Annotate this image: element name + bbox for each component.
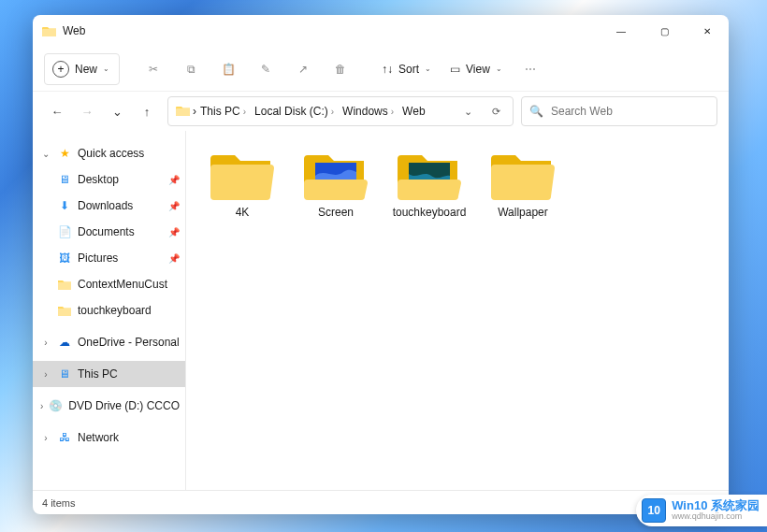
command-bar: + New ⌄ ✂ ⧉ 📋 ✎ ↗ 🗑 ↑↓ Sort ⌄ ▭ View ⌄ ⋯ bbox=[33, 47, 729, 92]
folder-icon bbox=[302, 148, 369, 200]
pin-icon: 📌 bbox=[168, 253, 180, 264]
cut-button[interactable]: ✂ bbox=[137, 53, 170, 85]
up-button[interactable]: ↑ bbox=[134, 98, 160, 124]
sidebar-item-label: This PC bbox=[78, 367, 118, 381]
folder-icon bbox=[176, 103, 191, 121]
view-button[interactable]: ▭ View ⌄ bbox=[442, 53, 510, 85]
pc-icon: 🖥 bbox=[57, 367, 72, 381]
watermark-main: Win10 系统家园 bbox=[672, 499, 760, 512]
search-input[interactable] bbox=[551, 105, 709, 118]
sidebar-item-label: ContextMenuCust bbox=[78, 278, 167, 291]
sort-button[interactable]: ↑↓ Sort ⌄ bbox=[374, 53, 439, 85]
copy-button[interactable]: ⧉ bbox=[174, 53, 208, 85]
download-icon: ⬇ bbox=[57, 198, 72, 213]
sort-label: Sort bbox=[398, 63, 419, 76]
sidebar-item-desktop[interactable]: 🖥 Desktop 📌 bbox=[33, 166, 185, 193]
sidebar-item-label: Documents bbox=[78, 225, 135, 238]
sidebar-item-label: DVD Drive (D:) CCCO bbox=[68, 399, 180, 412]
folder-icon bbox=[42, 23, 57, 38]
cloud-icon: ☁ bbox=[57, 335, 72, 350]
sort-icon: ↑↓ bbox=[382, 63, 393, 76]
title-bar[interactable]: Web — ▢ ✕ bbox=[33, 15, 729, 47]
picture-icon: 🖼 bbox=[57, 251, 72, 266]
sidebar-item-network[interactable]: › 🖧 Network bbox=[33, 424, 185, 451]
desktop-icon: 🖥 bbox=[57, 172, 72, 187]
address-row: ← → ⌄ ↑ › This PC› Local Disk (C:)› Wind… bbox=[33, 92, 729, 131]
address-bar[interactable]: › This PC› Local Disk (C:)› Windows› Web… bbox=[167, 96, 514, 126]
folder-icon bbox=[489, 148, 557, 200]
sidebar-item-touchkeyboard[interactable]: touchkeyboard bbox=[33, 297, 185, 324]
new-button[interactable]: + New ⌄ bbox=[44, 53, 120, 85]
watermark-text: Win10 系统家园 www.qdhuajin.com bbox=[672, 499, 760, 522]
sidebar-item-this-pc[interactable]: › 🖥 This PC bbox=[33, 361, 185, 387]
explorer-body: ⌄ ★ Quick access 🖥 Desktop 📌 ⬇ Downloads… bbox=[33, 131, 729, 490]
pin-icon: 📌 bbox=[168, 175, 180, 185]
watermark-sub: www.qdhuajin.com bbox=[672, 512, 760, 522]
sidebar-item-label: OneDrive - Personal bbox=[78, 336, 180, 349]
status-bar: 4 items bbox=[33, 490, 729, 514]
breadcrumb[interactable]: Windows› bbox=[340, 103, 398, 120]
sidebar-item-onedrive[interactable]: › ☁ OneDrive - Personal bbox=[33, 329, 185, 355]
sidebar-item-dvd[interactable]: › 💿 DVD Drive (D:) CCCO bbox=[33, 393, 185, 419]
forward-button[interactable]: → bbox=[74, 98, 100, 124]
nav-arrows: ← → ⌄ ↑ bbox=[44, 98, 160, 124]
sidebar-item-label: Desktop bbox=[78, 173, 119, 186]
folder-icon bbox=[396, 148, 463, 200]
chevron-down-icon: ⌄ bbox=[40, 149, 51, 159]
window-title: Web bbox=[63, 24, 85, 37]
refresh-button[interactable]: ⟳ bbox=[485, 106, 507, 118]
share-button[interactable]: ↗ bbox=[286, 53, 320, 85]
chevron-right-icon: › bbox=[40, 401, 43, 411]
sidebar-item-label: Pictures bbox=[78, 252, 118, 265]
more-button[interactable]: ⋯ bbox=[514, 53, 547, 85]
sidebar-item-documents[interactable]: 📄 Documents 📌 bbox=[33, 219, 185, 245]
delete-button[interactable]: 🗑 bbox=[324, 53, 357, 85]
view-label: View bbox=[466, 63, 490, 76]
chevron-down-icon: ⌄ bbox=[496, 65, 502, 73]
folder-tile[interactable]: Screen bbox=[289, 144, 383, 243]
rename-button[interactable]: ✎ bbox=[249, 53, 282, 85]
breadcrumb[interactable]: This PC› bbox=[198, 103, 251, 120]
folder-tile[interactable]: 4K bbox=[195, 144, 289, 243]
breadcrumb[interactable]: Web bbox=[400, 103, 427, 120]
chevron-down-icon: ⌄ bbox=[425, 65, 431, 73]
sidebar-item-label: Quick access bbox=[78, 147, 144, 160]
star-icon: ★ bbox=[57, 146, 72, 161]
back-button[interactable]: ← bbox=[44, 98, 70, 124]
folder-tile[interactable]: touchkeyboard bbox=[383, 144, 476, 243]
view-icon: ▭ bbox=[450, 63, 460, 76]
maximize-button[interactable]: ▢ bbox=[643, 16, 686, 46]
breadcrumb[interactable]: Local Disk (C:)› bbox=[253, 103, 339, 120]
sidebar-item-downloads[interactable]: ⬇ Downloads 📌 bbox=[33, 193, 185, 219]
chevron-right-icon: › bbox=[40, 338, 51, 348]
folder-name: Wallpaper bbox=[498, 206, 548, 219]
folder-name: Screen bbox=[318, 206, 354, 219]
file-explorer-window: Web — ▢ ✕ + New ⌄ ✂ ⧉ 📋 ✎ ↗ 🗑 ↑↓ Sort ⌄ … bbox=[33, 15, 729, 514]
folder-tile[interactable]: Wallpaper bbox=[476, 144, 570, 243]
close-button[interactable]: ✕ bbox=[686, 16, 729, 46]
sidebar-item-pictures[interactable]: 🖼 Pictures 📌 bbox=[33, 245, 185, 271]
window-controls: — ▢ ✕ bbox=[600, 16, 729, 46]
disc-icon: 💿 bbox=[49, 398, 63, 413]
address-dropdown-button[interactable]: ⌄ bbox=[456, 106, 479, 118]
search-box[interactable]: 🔍 bbox=[521, 96, 717, 126]
chevron-right-icon: › bbox=[193, 105, 196, 118]
folder-name: touchkeyboard bbox=[393, 206, 467, 219]
title-bar-left: Web bbox=[42, 23, 85, 38]
plus-icon: + bbox=[52, 61, 69, 78]
sidebar-item-quick-access[interactable]: ⌄ ★ Quick access bbox=[33, 140, 185, 166]
sidebar-item-contextmenu[interactable]: ContextMenuCust bbox=[33, 271, 185, 297]
recent-locations-button[interactable]: ⌄ bbox=[104, 98, 130, 124]
folder-icon bbox=[57, 277, 72, 292]
new-button-label: New bbox=[75, 63, 97, 76]
sidebar-item-label: Network bbox=[78, 431, 119, 444]
sidebar-item-label: touchkeyboard bbox=[78, 304, 152, 317]
minimize-button[interactable]: — bbox=[600, 16, 643, 46]
sidebar-item-label: Downloads bbox=[78, 199, 133, 212]
watermark-badge: 10 bbox=[642, 498, 666, 523]
pin-icon: 📌 bbox=[168, 201, 180, 211]
folder-name: 4K bbox=[236, 206, 250, 219]
watermark: 10 Win10 系统家园 www.qdhuajin.com bbox=[636, 495, 767, 526]
content-pane[interactable]: 4K Screen touchkeyboard Wallpaper bbox=[186, 131, 729, 490]
paste-button[interactable]: 📋 bbox=[211, 53, 245, 85]
